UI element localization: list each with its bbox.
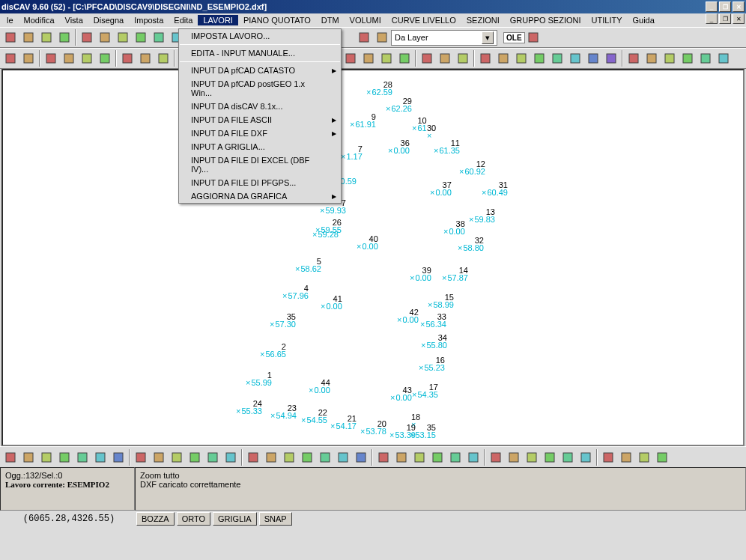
b2-btn-1[interactable] <box>150 449 167 466</box>
point-43[interactable]: 43×0.00 <box>390 386 412 401</box>
dropdown-item-10[interactable]: AGGIORNA DA GRAFICA▶ <box>179 189 341 203</box>
draw-btn-2[interactable] <box>377 50 395 67</box>
circle-btn-2[interactable] <box>512 50 530 67</box>
dropdown-item-9[interactable]: INPUT DA FILE DI PFGPS... <box>179 176 341 189</box>
menu-vista[interactable]: Vista <box>60 15 88 25</box>
zoom-btn-3[interactable] <box>132 29 149 46</box>
b2-btn-0[interactable] <box>132 449 149 466</box>
b3-btn-5[interactable] <box>334 449 351 466</box>
point-30[interactable]: 30× <box>427 124 436 139</box>
footer-griglia[interactable]: GRIGLIA <box>213 512 257 526</box>
b1-btn-2[interactable] <box>37 449 55 466</box>
menu-dtm[interactable]: DTM <box>316 15 345 25</box>
mdi-close-button[interactable]: ✕ <box>733 13 745 24</box>
dropdown-item-1[interactable]: EDITA - INPUT MANUALE... <box>179 46 341 60</box>
b4-btn-3[interactable] <box>428 449 446 466</box>
point-1[interactable]: 1×55.99 <box>246 371 272 386</box>
point-36[interactable]: 36×0.00 <box>388 139 410 154</box>
menu-modifica[interactable]: Modifica <box>19 15 60 25</box>
zoom-btn-1[interactable] <box>96 29 113 46</box>
snap-btn-2[interactable] <box>78 50 95 67</box>
point-2[interactable]: 2×56.65 <box>260 343 286 358</box>
point-7[interactable]: 7×1.17 <box>341 145 363 160</box>
menu-lavori[interactable]: LAVORI <box>198 15 238 25</box>
dropdown-item-8[interactable]: INPUT DA FILE DI EXCEL (DBF IV)... <box>179 153 341 176</box>
menu-sezioni[interactable]: SEZIONI <box>461 15 505 25</box>
point-41[interactable]: 41×0.00 <box>321 295 342 310</box>
hatch-btn-5[interactable] <box>715 50 732 67</box>
b4-btn-2[interactable] <box>410 449 428 466</box>
hatch-btn-3[interactable] <box>679 50 696 67</box>
b2-btn-3[interactable] <box>186 449 203 466</box>
dropdown-item-3[interactable]: INPUT DA pfCAD postGEO 1.x Win... <box>179 77 341 100</box>
footer-bozza[interactable]: BOZZA <box>136 512 175 526</box>
line-btn-0[interactable] <box>418 50 435 67</box>
point-5[interactable]: 5×58.62 <box>295 258 321 273</box>
menu-edita[interactable]: Edita <box>169 15 198 25</box>
footer-orto[interactable]: ORTO <box>177 512 210 526</box>
dropdown-item-7[interactable]: INPUT A GRIGLIA... <box>179 140 341 153</box>
draw-btn-3[interactable] <box>395 50 413 67</box>
b5-btn-0[interactable] <box>487 449 504 466</box>
dropdown-item-6[interactable]: INPUT DA FILE DXF▶ <box>179 127 341 140</box>
point-14[interactable]: 14×57.87 <box>442 267 468 281</box>
b5-btn-5[interactable] <box>577 449 594 466</box>
drawing-canvas[interactable]: 28×62.5929×62.269×61.9110×6130×36×0.0011… <box>1 69 745 446</box>
draw-btn-1[interactable] <box>360 50 377 67</box>
dropdown-item-0[interactable]: IMPOSTA LAVORO... <box>179 29 341 43</box>
point-35[interactable]: 35×57.30 <box>270 313 296 328</box>
circle-btn-7[interactable] <box>602 50 619 67</box>
ole-button[interactable]: OLE <box>503 32 525 43</box>
point-23[interactable]: 23×54.94 <box>270 404 297 419</box>
hatch-btn-4[interactable] <box>697 50 714 67</box>
draw-btn-0[interactable] <box>342 50 359 67</box>
point-39[interactable]: 39×0.00 <box>410 267 431 281</box>
point-16[interactable]: 16×55.23 <box>419 356 445 371</box>
b3-btn-1[interactable] <box>262 449 279 466</box>
dropdown-item-5[interactable]: INPUT DA FILE ASCII▶ <box>179 113 341 127</box>
b3-btn-2[interactable] <box>280 449 297 466</box>
misc-btn-0[interactable] <box>525 29 542 46</box>
b3-btn-0[interactable] <box>244 449 261 466</box>
point-20[interactable]: 20×53.78 <box>360 420 386 435</box>
point-4[interactable]: 4×57.96 <box>282 284 309 299</box>
footer-snap[interactable]: SNAP <box>259 512 292 526</box>
file-btn-2[interactable] <box>37 29 55 46</box>
b2-btn-5[interactable] <box>222 449 239 466</box>
b4-btn-4[interactable] <box>446 449 464 466</box>
menu-utility[interactable]: UTILITY <box>586 15 628 25</box>
point-24[interactable]: 24×55.33 <box>236 400 262 415</box>
b3-btn-6[interactable] <box>352 449 369 466</box>
layer-btn-0[interactable] <box>355 29 372 46</box>
hatch-btn-1[interactable] <box>643 50 660 67</box>
point-35[interactable]: 35×53.15 <box>410 424 436 439</box>
zoom-btn-2[interactable] <box>114 29 131 46</box>
b5-btn-3[interactable] <box>541 449 558 466</box>
point-21[interactable]: 21×54.17 <box>330 415 357 430</box>
point-28[interactable]: 28×62.59 <box>366 81 392 96</box>
b6-btn-2[interactable] <box>635 449 652 466</box>
b3-btn-3[interactable] <box>298 449 315 466</box>
circle-btn-3[interactable] <box>530 50 548 67</box>
close-button[interactable]: ✕ <box>733 1 745 12</box>
snap-btn-1[interactable] <box>60 50 77 67</box>
point-34[interactable]: 34×55.80 <box>421 334 447 349</box>
point-22[interactable]: 22×54.55 <box>301 409 327 424</box>
point-11[interactable]: 11×61.35 <box>434 139 460 154</box>
point-9[interactable]: 9×61.91 <box>350 113 376 128</box>
b3-btn-4[interactable] <box>316 449 333 466</box>
hatch-btn-2[interactable] <box>661 50 678 67</box>
circle-btn-1[interactable] <box>494 50 512 67</box>
dropdown-item-2[interactable]: INPUT DA pfCAD CATASTO▶ <box>179 64 341 77</box>
point-17[interactable]: 17×54.35 <box>412 383 438 398</box>
b4-btn-5[interactable] <box>464 449 482 466</box>
circle-btn-6[interactable] <box>584 50 601 67</box>
b5-btn-4[interactable] <box>559 449 576 466</box>
b6-btn-0[interactable] <box>599 449 616 466</box>
line-btn-2[interactable] <box>454 50 471 67</box>
grid-btn-0[interactable] <box>1 50 19 67</box>
b1-btn-3[interactable] <box>55 449 73 466</box>
point-29[interactable]: 29×62.26 <box>386 97 412 112</box>
point-15[interactable]: 15×58.99 <box>428 293 454 308</box>
layer-btn-1[interactable] <box>373 29 390 46</box>
